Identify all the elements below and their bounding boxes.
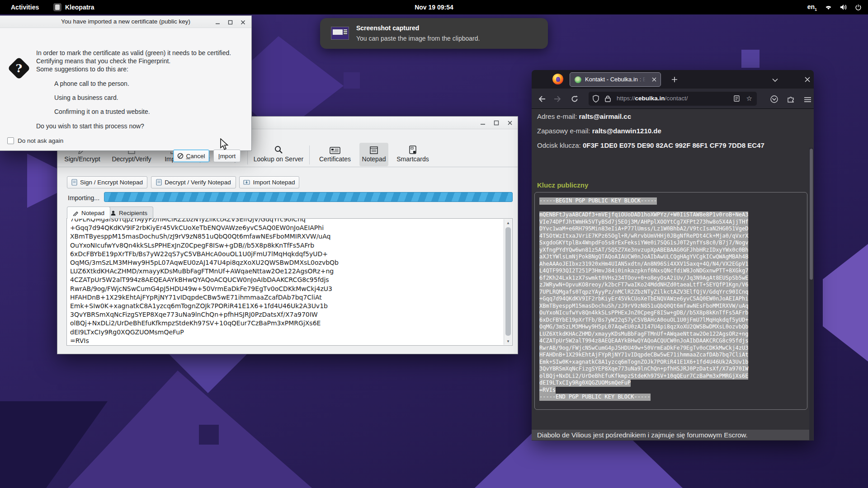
- pgp-key-line: XBmTByesppM15masDochuSh/zJ9rV9zN851uQbQ0…: [539, 303, 748, 310]
- certificates-icon: [313, 143, 357, 155]
- cancel-button[interactable]: Cancel: [173, 150, 209, 162]
- lock-icon[interactable]: [605, 95, 611, 102]
- question-icon: ?: [8, 57, 31, 80]
- importing-label: Importing...: [68, 194, 99, 202]
- notepad-scrollbar[interactable]: ▲ ▼: [504, 219, 512, 345]
- minimize-button[interactable]: [214, 19, 221, 25]
- system-status-area[interactable]: en1: [807, 0, 862, 14]
- tab-notepad[interactable]: Notepad: [67, 206, 110, 219]
- decrypt-verify-notepad-button[interactable]: Decrypt / Verify Notepad: [151, 176, 236, 188]
- sign-encrypt-notepad-button[interactable]: Sign / Encrypt Notepad: [67, 176, 147, 188]
- pgp-key-line: 6f2Kh24Lxk1zX7swmkt0VHs234TOov+0+o8eyOsA…: [539, 275, 748, 282]
- list-tabs-chevron-icon[interactable]: [770, 75, 779, 84]
- back-button[interactable]: [536, 93, 548, 105]
- backup-email-value: ralts@danwin1210.de: [592, 127, 661, 135]
- cancel-icon: [177, 153, 184, 159]
- reader-mode-icon[interactable]: [734, 95, 740, 102]
- pgp-key-line: DYvc1waM+e6RH795Min83eIiA+P77lUmss/Lz1W0…: [539, 225, 748, 233]
- app-menu[interactable]: Kleopatra: [53, 0, 94, 14]
- pgp-checksum-line: =RVIs: [539, 387, 556, 394]
- import-button[interactable]: Import: [213, 150, 241, 162]
- reload-button[interactable]: [569, 93, 580, 105]
- notepad-icon: [359, 143, 388, 155]
- maximize-button[interactable]: [227, 19, 233, 25]
- checkbox-box[interactable]: [7, 137, 14, 144]
- pgp-key-line: VIe74DPfJhtWmHk5VTyBSd7j5EOj3M/AHPplXOOY…: [539, 219, 748, 226]
- pencil-icon: [73, 210, 79, 216]
- import-notepad-icon: [243, 179, 250, 185]
- toolbar-smartcards[interactable]: Smartcards: [392, 143, 434, 166]
- clock[interactable]: Nov 19 09:54: [415, 0, 453, 14]
- public-key-heading[interactable]: Klucz publiczny: [537, 181, 588, 189]
- do-not-ask-again-checkbox[interactable]: Do not ask again: [7, 137, 63, 144]
- dialog-text-line: In order to mark the certificate as vali…: [36, 49, 231, 56]
- tab-title-fade: [636, 73, 647, 86]
- scroll-up-icon[interactable]: ▲: [504, 219, 512, 226]
- certificate-imported-dialog: You have imported a new certificate (pub…: [0, 15, 252, 151]
- search-icon: [250, 143, 307, 155]
- activities-button[interactable]: Activities: [6, 0, 43, 14]
- pgp-key-line: 4TSOtWzItxaJVriE7KPz65Ogl+R/wRrvbUmVHHj0…: [539, 233, 748, 240]
- active-tab[interactable]: Kontakt - Cebulka.in : Blo: [570, 72, 661, 87]
- pgp-begin-line: -----BEGIN PGP PUBLIC KEY BLOCK-----: [539, 197, 657, 205]
- firefox-logo-icon: [552, 74, 563, 84]
- fingerprint-row: Odcisk klucza: 0F3F 1DE0 E075 DE90 82AC …: [537, 141, 764, 149]
- dialog-suggestion: Using a business card.: [54, 94, 150, 108]
- site-favicon: [575, 76, 581, 83]
- keyboard-layout-indicator[interactable]: en1: [807, 3, 817, 12]
- app-menu-label: Kleopatra: [65, 4, 94, 11]
- new-tab-button[interactable]: [670, 75, 679, 84]
- pgp-key-line: HFAHDnB+1X29kEhtAjFYpRjNY71vIDqpdeCBw5wE…: [539, 352, 748, 359]
- tab-recipients[interactable]: Recipients: [104, 206, 153, 219]
- firefox-nav-bar: https://cebulka.in/contact/ ☆: [532, 89, 814, 109]
- maximize-button[interactable]: [493, 120, 500, 126]
- fingerprint-value: 0F3F 1DE0 E075 DE90 82AC 992F 86F1 CF79 …: [583, 141, 764, 149]
- shield-icon[interactable]: [592, 95, 599, 103]
- scroll-down-icon[interactable]: ▼: [504, 338, 512, 345]
- close-button[interactable]: [507, 120, 513, 126]
- dialog-question: Do you wish to start this process now?: [36, 122, 144, 130]
- pgp-key-line: dEI9LTxCIy9Rg0XQGZUOMsmQeFuP: [539, 380, 631, 387]
- extensions-icon[interactable]: [785, 94, 796, 104]
- url-bar[interactable]: https://cebulka.in/contact/ ☆: [589, 92, 757, 106]
- notepad-text: 7UPLRQMgafs0TqpzYAyyFz/nMClRZZbzNTyZilkc…: [70, 218, 339, 346]
- toolbar-notepad[interactable]: Notepad: [359, 143, 388, 166]
- bookmark-star-icon[interactable]: ☆: [746, 94, 752, 103]
- notepad-text-area[interactable]: 7UPLRQMgafs0TqpzYAyyFz/nMClRZZbzNTyZilkc…: [66, 218, 513, 346]
- pgp-key-line: L4QTF993QI2T251P3HmvJ84i0inkazpknf6NxsQN…: [539, 267, 748, 275]
- kleopatra-window: Sign/Encrypt Decrypt/Verify Import Expor…: [57, 116, 518, 354]
- pgp-key-line: yXfngPYdYQw6wn81z5AT/5Q5Z7Xe3nvzupXpABEB…: [539, 247, 748, 254]
- pgp-key-line: 7UPLRQMgafs0TqpzYAyyPz/nMClR2ZbzNTyZilkc…: [539, 289, 748, 296]
- toolbar-lookup-on-server[interactable]: Lookup on Server: [250, 143, 307, 166]
- email-row: Adres e-mail: ralts@airmail.cc: [537, 113, 631, 120]
- screenshot-notification[interactable]: Screenshot captured You can paste the im…: [320, 18, 548, 49]
- email-value: ralts@airmail.cc: [579, 113, 632, 120]
- hamburger-menu-icon[interactable]: [802, 94, 813, 105]
- wallpaper-shape: [741, 50, 760, 68]
- page-scrollbar[interactable]: [809, 148, 813, 441]
- dialog-suggestion: A phone call to the person.: [54, 80, 150, 94]
- person-icon: [110, 210, 116, 216]
- wifi-icon: [825, 4, 832, 10]
- url-text[interactable]: https://cebulka.in/contact/: [617, 95, 688, 102]
- forward-button[interactable]: [552, 93, 563, 105]
- scrollbar-thumb[interactable]: [810, 149, 813, 280]
- import-notepad-button[interactable]: Import Notepad: [239, 176, 299, 188]
- pgp-key-line: OqMG/3mSzLM3MHwy9H5pL07AqwEU0zAJ147U4pi8…: [539, 324, 748, 331]
- minimize-button[interactable]: [480, 120, 486, 126]
- scrollbar-thumb[interactable]: [505, 227, 511, 336]
- pgp-key-line: 4CZATpUr5W2alT994z8AEQEAAYkBHwQYAQoACQUC…: [539, 338, 748, 345]
- pgp-key-block[interactable]: -----BEGIN PGP PUBLIC KEY BLOCK----- mQE…: [534, 192, 807, 410]
- pgp-key-line: mQENBFtJyaABCADf3+mVEjfqiOUoDAD1hoXWPYz/…: [539, 211, 748, 219]
- pocket-icon[interactable]: [769, 94, 779, 104]
- pgp-key-line: OuYxoNIcufwYv8Qn4kkSLsPPHExJnZ0CpegF8ISw…: [539, 310, 748, 317]
- close-button[interactable]: [240, 19, 246, 25]
- dialog-titlebar[interactable]: You have imported a new certificate (pub…: [0, 16, 251, 28]
- dialog-title: You have imported a new certificate (pub…: [0, 18, 251, 25]
- escrow-footer-text: Diabolo de Vilious jest pośrednikiem i z…: [532, 430, 813, 440]
- window-close-button[interactable]: [803, 75, 812, 84]
- pgp-end-line: -----END PGP PUBLIC KEY BLOCK-----: [539, 394, 651, 401]
- tab-close-icon[interactable]: [651, 76, 658, 83]
- toolbar-certificates[interactable]: Certificates: [313, 143, 357, 166]
- pgp-key-line: Emk+SIw0K+xagnatkC8A1yzcq6mTognZOJk7PORi…: [539, 359, 748, 366]
